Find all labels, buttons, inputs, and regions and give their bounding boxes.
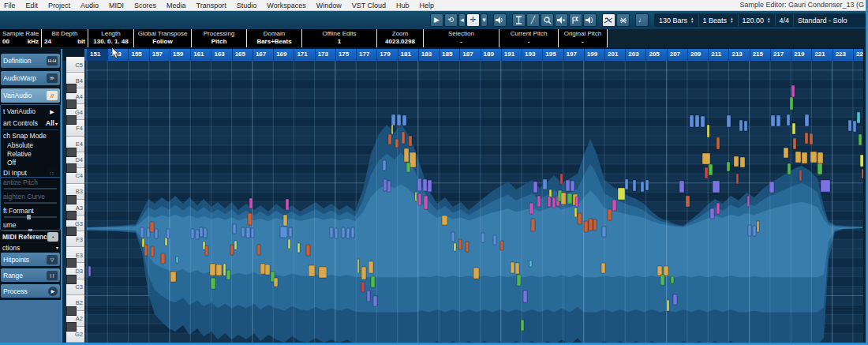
pitch-segment[interactable] [671,276,674,283]
piano-key-Asharp2[interactable] [66,322,77,332]
pitch-segment[interactable] [810,152,817,163]
pitch-segment[interactable] [373,296,377,306]
menu-item-audio[interactable]: Audio [80,2,99,9]
stepper-icon[interactable]: ▲▼ [730,17,733,24]
menu-item-edit[interactable]: Edit [26,2,39,9]
info-value[interactable]: 00kHz [2,38,39,45]
grid-bars-field[interactable]: 130 Bars ▲▼ [655,14,699,26]
ruler-tick-223[interactable]: 223 [832,49,853,61]
pitch-segment[interactable] [757,221,759,232]
pitch-segment[interactable] [515,263,519,274]
pitch-segment[interactable] [248,213,252,225]
edit-variaudio-row[interactable]: t VariAudio ▶ [1,105,60,118]
pitch-segment[interactable] [166,229,170,238]
pitch-segment[interactable] [147,228,150,238]
menu-item-vst-cloud[interactable]: VST Cloud [352,2,386,9]
midi-reference-icon[interactable]: ▪ [47,232,58,242]
pitch-segment[interactable] [150,222,154,232]
pitch-segment[interactable] [645,180,649,190]
info-value[interactable]: 1 [305,38,374,45]
pitch-segment[interactable] [335,228,338,238]
pitch-segment[interactable] [667,300,669,311]
pitch-segment[interactable] [142,238,144,247]
piano-key-Gsharp3[interactable] [66,227,77,236]
pitch-segment[interactable] [701,116,705,127]
piano-key-Asharp4[interactable] [66,99,77,109]
pitch-segment[interactable] [679,181,684,193]
pitch-segment[interactable] [289,227,292,237]
pitch-segment[interactable] [601,263,605,273]
section-audiowarp[interactable]: AudioWarp ≫ [1,71,60,85]
pitch-segment[interactable] [529,203,533,214]
info-zoom[interactable]: Zoom4023.0298 [377,29,424,47]
pitch-segment[interactable] [406,163,410,172]
snap-relative-option[interactable]: Relative [1,149,60,158]
pitch-segment[interactable] [716,137,720,149]
pitch-segment[interactable] [531,219,535,231]
pitch-segment[interactable] [799,170,802,181]
mode-select[interactable]: Standard - Solo ▾ [794,14,868,26]
piano-keyboard[interactable]: C5B4A4G4F4E4D4C4B3A3G3F3E3D3C3B2A2G2 [66,57,84,343]
info-value[interactable]: 130. 0. 1. 48 [91,38,131,45]
info-value[interactable]: - [426,38,496,45]
piano-key-Bsharp4[interactable] [66,84,77,93]
menu-item-studio[interactable]: Studio [237,2,257,9]
pitch-segment[interactable] [747,196,750,207]
pitch-segment[interactable] [859,134,862,145]
pitch-segment[interactable] [319,267,327,278]
ruler-tick-213[interactable]: 213 [728,49,749,61]
quantize-pitch-row[interactable]: antize Pitch [1,178,60,187]
pitch-segment[interactable] [458,239,462,249]
pitch-segment[interactable] [330,227,333,238]
section-range[interactable]: Range | | [1,268,60,282]
pitch-segment[interactable] [727,115,731,127]
pitch-segment[interactable] [409,136,412,146]
pitch-segment[interactable] [205,246,208,256]
info-value[interactable]: 24bit [44,38,85,45]
piano-key-Bsharp3[interactable] [66,195,77,204]
pitch-segment[interactable] [625,179,628,189]
pitch-segment[interactable] [274,278,278,287]
info-global-transpose[interactable]: Global TransposeFollow [134,29,192,47]
pitch-segment[interactable] [251,228,254,238]
pitch-segment[interactable] [342,227,345,238]
ruler-tick-181[interactable]: 181 [398,49,418,61]
info-processing[interactable]: ProcessingPitch [192,29,247,47]
pitch-segment[interactable] [473,268,479,279]
pitch-segment[interactable] [88,266,91,276]
pitch-segment[interactable] [140,227,144,238]
pitch-segment[interactable] [584,221,588,232]
pitch-segment[interactable] [357,259,359,273]
menu-item-help[interactable]: Help [420,2,435,9]
pitch-segment[interactable] [853,121,856,132]
snap-absolute-option[interactable]: Absolute [1,141,60,149]
pitch-segment[interactable] [383,179,387,191]
pitch-segment[interactable] [451,232,455,242]
section-variaudio[interactable]: VariAudio // [1,88,60,103]
ruler-tick-211[interactable]: 211 [708,49,728,61]
pitch-segment[interactable] [241,227,245,237]
pitch-segment[interactable] [210,264,215,276]
pitch-segment[interactable] [790,97,793,110]
pitch-segment[interactable] [423,179,427,191]
quantize-pitch-slider[interactable] [4,188,57,189]
piano-key-Dsharp4[interactable] [66,163,77,173]
scrub-tool[interactable] [569,13,582,27]
ruler-tick-221[interactable]: 221 [811,49,832,61]
pitch-segment[interactable] [523,291,527,302]
pitch-segment[interactable] [589,219,593,231]
ruler-tick-171[interactable]: 171 [294,49,314,61]
cycle-button[interactable]: ⟲ [444,13,458,27]
smart-controls-row[interactable]: art Controls All ▾ [1,118,60,129]
shift-formant-slider[interactable] [4,216,57,218]
pitch-segment[interactable] [388,134,391,144]
pitch-segment[interactable] [246,227,250,238]
pitch-segment[interactable] [633,180,636,191]
pitch-segment[interactable] [533,182,537,193]
pitch-segment[interactable] [709,164,713,175]
pitch-segment[interactable] [817,163,822,174]
pitch-segment[interactable] [211,278,215,289]
piano-key-Esharp4[interactable] [66,148,77,157]
ruler-tick-167[interactable]: 167 [253,49,273,61]
pitch-segment[interactable] [521,320,524,331]
